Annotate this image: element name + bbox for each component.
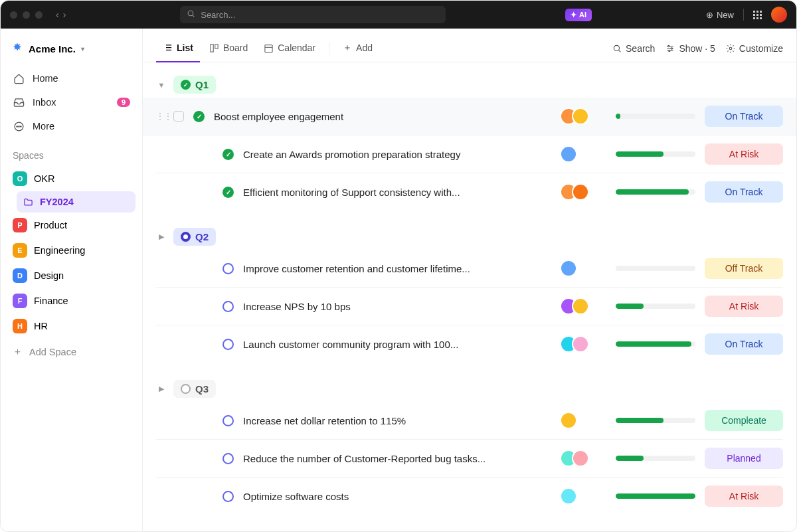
task-row[interactable]: ⋮⋮ Create an Awards promotion preparatio… [156,135,783,173]
tab-add-view[interactable]: ＋ Add [336,35,379,62]
task-name[interactable]: Improve customer retention and customer … [243,263,551,274]
sidebar-space-design[interactable]: DDesign [7,263,135,288]
status-circle[interactable] [222,149,234,160]
spaces-label: Spaces [7,138,135,166]
avatar[interactable] [560,488,577,505]
ai-badge[interactable]: ✦ AI [565,9,592,21]
nav-back-icon[interactable]: ‹ [56,9,59,20]
group-label[interactable]: Q3 [173,380,216,398]
status-pill[interactable]: Compleate [705,410,783,431]
new-button[interactable]: ⊕ New [706,10,734,20]
task-name[interactable]: Launch customer community program with 1… [243,339,551,350]
status-circle[interactable] [222,415,234,426]
status-pill[interactable]: On Track [705,181,783,203]
assignees[interactable] [560,298,606,315]
status-circle[interactable] [222,339,234,350]
task-row[interactable]: ⋮⋮ Reduce the number of Customer-Reporte… [156,440,783,478]
tab-list[interactable]: List [156,36,200,62]
task-row[interactable]: ⋮⋮ Efficient monitoring of Support consi… [156,173,783,211]
group-label[interactable]: Q2 [173,228,216,246]
sidebar-space-okr[interactable]: OOKR [7,166,135,191]
chevron-toggle-icon[interactable]: ▼ [156,81,167,89]
task-name[interactable]: Increase NPS by 10 bps [243,301,551,312]
avatar[interactable] [572,335,589,353]
task-row[interactable]: ⋮⋮ Optimize software costs At Risk [156,478,783,515]
checkbox[interactable] [173,111,184,122]
status-pill[interactable]: Planned [705,448,783,469]
sidebar-item-more[interactable]: More [7,114,135,138]
status-circle[interactable] [193,111,205,122]
assignees[interactable] [560,488,606,505]
search-input[interactable]: Search... [180,6,446,23]
task-row[interactable]: ⋮⋮ Improve customer retention and custom… [156,250,783,288]
svg-point-21 [668,45,669,46]
assignees[interactable] [560,108,606,125]
assignees[interactable] [560,260,606,277]
user-avatar[interactable] [771,7,787,23]
assignees[interactable] [560,183,606,201]
status-circle[interactable] [222,453,234,464]
assignees[interactable] [560,412,606,429]
task-row[interactable]: ⋮⋮ Increase net dollar retention to 115%… [156,402,783,440]
group-header-Q1[interactable]: ▼ Q1 [156,72,783,98]
calendar-icon [264,43,274,53]
task-name[interactable]: Boost employee engagement [214,111,551,122]
avatar[interactable] [560,412,577,429]
status-pill[interactable]: At Risk [705,486,783,507]
progress-bar [616,189,695,195]
status-pill[interactable]: At Risk [705,143,783,165]
drag-handle-icon[interactable]: ⋮⋮ [156,112,164,121]
nav-forward-icon[interactable]: › [63,9,66,20]
search-button[interactable]: Search [612,43,655,54]
avatar[interactable] [572,298,589,315]
group-label[interactable]: Q1 [173,76,216,94]
avatar[interactable] [560,260,577,277]
window-controls[interactable] [10,11,43,19]
avatar[interactable] [572,108,589,125]
task-name[interactable]: Optimize software costs [243,491,551,502]
status-circle[interactable] [222,301,234,312]
task-row[interactable]: ⋮⋮ Increase NPS by 10 bps At Risk [156,288,783,325]
sidebar: Acme Inc. ▾ Home Inbox 9 More Spaces OOK… [1,29,143,532]
show-button[interactable]: Show · 5 [665,43,715,54]
sidebar-item-home[interactable]: Home [7,66,135,90]
sidebar-space-finance[interactable]: FFinance [7,288,135,313]
task-row[interactable]: ⋮⋮ Boost employee engagement On Track [143,98,796,135]
assignees[interactable] [560,335,606,353]
status-pill[interactable]: At Risk [705,296,783,317]
task-name[interactable]: Create an Awards promotion preparation s… [243,149,551,160]
status-pill[interactable]: On Track [705,333,783,355]
home-icon [13,72,25,84]
chevron-toggle-icon[interactable]: ▶ [156,385,167,393]
tab-calendar[interactable]: Calendar [257,36,322,61]
assignees[interactable] [560,450,606,467]
task-row[interactable]: ⋮⋮ Launch customer community program wit… [156,325,783,363]
status-pill[interactable]: Off Track [705,258,783,279]
sidebar-item-inbox[interactable]: Inbox 9 [7,90,135,114]
chevron-toggle-icon[interactable]: ▶ [156,232,167,241]
board-icon [209,43,219,53]
sidebar-folder-fy2024[interactable]: FY2024 [17,191,135,213]
workspace-switcher[interactable]: Acme Inc. ▾ [7,37,135,66]
add-space-button[interactable]: ＋ Add Space [7,339,135,365]
folder-icon [23,197,33,207]
status-circle[interactable] [222,187,234,198]
status-pill[interactable]: On Track [705,106,783,127]
apps-icon[interactable] [753,11,762,19]
sidebar-space-hr[interactable]: HHR [7,313,135,339]
task-name[interactable]: Efficient monitoring of Support consiste… [243,187,551,198]
avatar[interactable] [572,183,589,201]
group-header-Q3[interactable]: ▶ Q3 [156,376,783,402]
avatar[interactable] [572,450,589,467]
sidebar-space-engineering[interactable]: EEngineering [7,238,135,263]
status-circle[interactable] [222,491,234,502]
status-circle[interactable] [222,263,234,274]
task-name[interactable]: Increase net dollar retention to 115% [243,415,551,426]
assignees[interactable] [560,145,606,163]
sidebar-space-product[interactable]: PProduct [7,213,135,238]
customize-button[interactable]: Customize [726,43,783,54]
avatar[interactable] [560,145,577,163]
group-header-Q2[interactable]: ▶ Q2 [156,224,783,250]
task-name[interactable]: Reduce the number of Customer-Reported b… [243,453,551,464]
tab-board[interactable]: Board [203,36,254,61]
